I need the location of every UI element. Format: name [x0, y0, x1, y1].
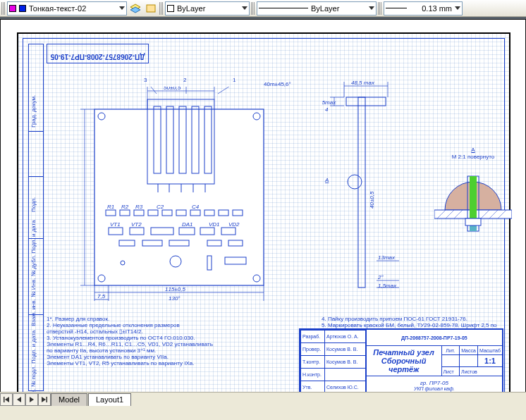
lineweight-value: 0.13 mm — [410, 4, 452, 13]
svg-text:R1: R1 — [107, 204, 114, 210]
toolbar-grip[interactable] — [1, 2, 6, 15]
drawing-title-2: Сборочный чертёж — [368, 357, 440, 373]
svg-text:VD2: VD2 — [228, 221, 240, 228]
dim-sidetop2: 2,5max — [322, 99, 336, 106]
chevron-down-icon — [455, 6, 460, 10]
blue-swatch-icon — [19, 5, 26, 12]
svg-line-56 — [147, 87, 157, 94]
note-line: по варианту IIа, высота установки 3⁺¹ мм… — [47, 347, 314, 354]
note-line: Элементы VT1, VT2, R5 устанавливать по в… — [47, 360, 314, 366]
layer-name: Тонкая-текст-02 — [29, 4, 116, 13]
tab-last-button[interactable] — [38, 393, 51, 406]
binding-strip: Град. докум. Подп. Взам. инв. № Инв. № д… — [28, 44, 44, 391]
side-view: 48,5 max 2,5max 40±0,5 13max 2° 1,5max A… — [322, 76, 413, 302]
linetype-value: ByLayer — [311, 4, 366, 13]
layers-stack-icon[interactable] — [128, 1, 142, 16]
chevron-down-icon — [119, 6, 125, 10]
svg-rect-89 — [470, 176, 477, 218]
lineweight-preview-icon — [386, 8, 407, 8]
layers-paint-icon[interactable] — [144, 1, 158, 16]
toolbar-grip-3[interactable] — [251, 2, 255, 15]
svg-text:DA1: DA1 — [182, 221, 193, 228]
properties-toolbar: Тонкая-текст-02 ByLayer ByLayer 0.13 mm — [0, 0, 526, 17]
callout-3: 3 — [144, 77, 147, 84]
drawing-sheet[interactable]: Град. докум. Подп. Взам. инв. № Инв. № д… — [17, 32, 510, 402]
lineweight-combo[interactable]: 0.13 mm — [384, 1, 463, 16]
callout-4-mark: 4 — [325, 106, 329, 113]
dim-botmain: 115±0,5 — [165, 286, 185, 292]
tab-next-button[interactable] — [25, 393, 38, 406]
drawing-title-1: Печатный узел — [368, 348, 440, 357]
svg-rect-2 — [147, 5, 155, 12]
dim-botoverall: 130° — [169, 295, 181, 302]
svg-marker-94 — [17, 397, 21, 402]
dim-sideb3: 1,5max — [378, 283, 397, 289]
tab-model[interactable]: Model — [51, 393, 87, 406]
scale-value: 1:1 — [478, 355, 503, 367]
svg-text:R3: R3 — [135, 204, 143, 210]
layout-tab-bar: Model Layout1 — [0, 392, 526, 406]
layer-combo[interactable]: Тонкая-текст-02 — [7, 1, 127, 16]
svg-rect-70 — [346, 97, 386, 106]
svg-line-54 — [218, 87, 236, 94]
dim-botoff: 7,5 — [97, 293, 106, 299]
svg-text:C4: C4 — [192, 204, 200, 210]
svg-rect-93 — [4, 397, 5, 402]
drawing-canvas[interactable]: Град. докум. Подп. Взам. инв. № Инв. № д… — [0, 17, 526, 406]
note-line: Элемент DA1 устанавливать по варианту VI… — [47, 354, 314, 360]
color-value: ByLayer — [177, 4, 239, 13]
note-line: 4. Пайку производить припоем ПОС-61 ГОСТ… — [322, 316, 505, 322]
note-line: Элементы R1…R4, R6…R11, С1…С5, VD1, VD2 … — [47, 341, 314, 347]
svg-marker-92 — [5, 397, 9, 402]
callout-1: 1 — [233, 77, 236, 84]
svg-marker-95 — [30, 397, 34, 402]
linetype-preview-icon — [259, 8, 308, 8]
magenta-swatch-icon — [9, 5, 16, 12]
svg-text:R2: R2 — [121, 204, 129, 210]
dim-sideh: 40±0,5 — [369, 191, 375, 209]
detail-view-a: A М 2:1 повернуто — [434, 147, 512, 245]
drawing-code-flipped: ДП-2068757-2008-ПР7-19-05 — [47, 53, 148, 61]
svg-text:VT2: VT2 — [131, 221, 142, 228]
dim-sideb1: 13max — [378, 254, 396, 261]
code-block-rotated: ДП-2068757-2008-ПР7-19-05 — [47, 44, 149, 63]
chevron-down-icon — [242, 6, 247, 10]
detail-title: A — [471, 147, 475, 153]
dim-top: 50±0,5 — [164, 87, 181, 91]
technical-notes-left: 1*. Размер для справок. 2. Неуказанные п… — [47, 316, 314, 366]
note-line: 2. Неуказанные предельные отклонения раз… — [47, 322, 314, 328]
toolbar-grip-2[interactable] — [159, 2, 164, 15]
title-block: Разраб.Артюхов О. А. Провер.Косумов В. В… — [299, 328, 503, 395]
note-line: отверстий -Н14, остальных ▯±IT14/2. — [47, 328, 314, 335]
callout-A-mark: A — [324, 177, 329, 183]
svg-text:C2: C2 — [157, 204, 164, 210]
bylayer-swatch-icon — [167, 5, 174, 12]
tab-first-button[interactable] — [0, 393, 13, 406]
callout-2: 2 — [183, 77, 186, 84]
svg-text:VD1: VD1 — [209, 221, 220, 228]
svg-text:VT1: VT1 — [110, 221, 121, 228]
svg-point-71 — [348, 175, 362, 189]
dim-sidetop: 48,5 max — [351, 80, 375, 86]
svg-marker-96 — [42, 397, 46, 402]
svg-rect-69 — [358, 97, 365, 288]
detail-scale: М 2:1 повернуто — [452, 154, 495, 160]
svg-rect-91 — [465, 218, 481, 226]
dim-angle: 40m±45,6° — [264, 81, 291, 88]
side-label: Инв. № подл. Подп. и дата — [30, 259, 37, 400]
toolbar-grip-4[interactable] — [378, 2, 382, 15]
front-view: R1R2R3 C2C4 VT1VT2DA1 VD1VD2 50±0,5 — [80, 87, 285, 302]
chevron-down-icon — [369, 6, 374, 10]
note-line: 1*. Размер для справок. — [47, 316, 314, 322]
linetype-combo[interactable]: ByLayer — [257, 1, 377, 16]
tab-layout1[interactable]: Layout1 — [88, 393, 131, 406]
tab-prev-button[interactable] — [13, 393, 25, 406]
note-line: 3. Устанокуэлементов производить по ОСТ4… — [47, 335, 314, 341]
color-combo[interactable]: ByLayer — [165, 1, 250, 16]
svg-rect-97 — [47, 397, 48, 402]
drawing-code: ДП-2068757-2008-ПР7-19-05 — [366, 330, 502, 346]
dim-sideb2: 2° — [377, 274, 384, 280]
